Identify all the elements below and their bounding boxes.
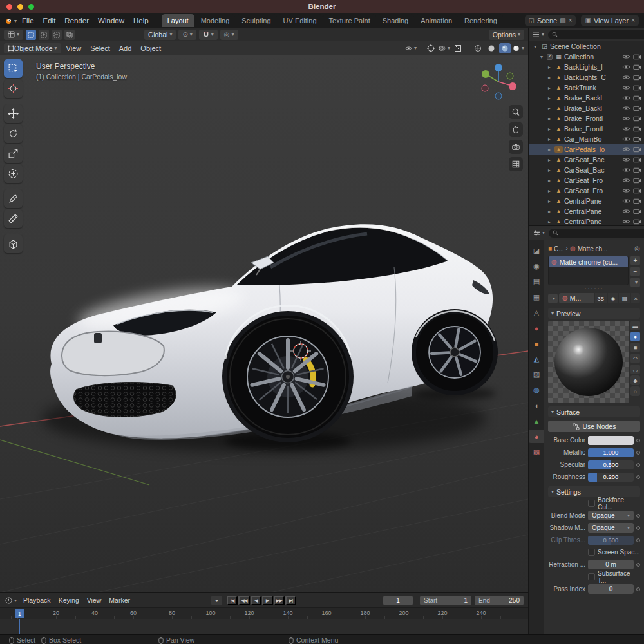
blender-logo-icon[interactable] (5, 15, 17, 26)
outliner-scene-collection-row[interactable]: Scene Collection (529, 41, 644, 52)
base-color-swatch[interactable] (588, 436, 634, 445)
subsurface-translucency-checkbox[interactable] (588, 573, 595, 580)
timeline-track[interactable] (0, 619, 528, 634)
preview-type-button[interactable]: ▬ (630, 321, 640, 330)
transport-button[interactable]: ◀◀ (238, 596, 250, 605)
toggle-xray-button[interactable] (452, 43, 464, 53)
hide-eye-icon[interactable] (622, 156, 630, 163)
expand-arrow-icon[interactable] (548, 209, 554, 214)
viewport-menu-item[interactable]: Object (136, 43, 166, 53)
transport-button[interactable]: ▶| (285, 596, 296, 605)
keyframe-dot[interactable] (636, 563, 640, 567)
screen-space-refraction-checkbox[interactable] (588, 549, 595, 556)
hide-eye-icon[interactable] (622, 95, 630, 101)
expand-arrow-icon[interactable] (548, 157, 554, 163)
hide-eye-icon[interactable] (622, 177, 630, 184)
shading-material-preview-button[interactable] (499, 43, 511, 53)
properties-tab[interactable]: ◭ (529, 352, 544, 366)
properties-tab[interactable]: ◍ (529, 383, 544, 397)
frame-start-field[interactable]: Start 1 (420, 596, 471, 605)
expand-arrow-icon[interactable] (548, 64, 554, 70)
workspace-tab[interactable]: Shading (377, 14, 414, 27)
proportional-editing-dropdown[interactable]: ◎ (220, 30, 238, 40)
navigation-gizmo[interactable] (478, 60, 519, 101)
disable-render-icon[interactable] (633, 167, 641, 173)
expand-arrow-icon[interactable] (548, 126, 554, 132)
disable-render-icon[interactable] (633, 126, 641, 132)
outliner-object-row[interactable]: Car_MainBo (529, 134, 644, 144)
expand-arrow-icon[interactable] (548, 188, 554, 194)
disable-render-icon[interactable] (633, 218, 641, 225)
shading-solid-button[interactable] (486, 43, 497, 53)
material-slot-row[interactable]: ◍ Matte chrome (cu... (549, 256, 628, 267)
workspace-tab[interactable]: Texture Paint (323, 14, 376, 27)
surface-section-header[interactable]: Surface (548, 406, 640, 417)
preview-type-button[interactable]: ◡ (630, 365, 640, 374)
frame-end-field[interactable]: End 250 (475, 596, 524, 605)
object-mode-dropdown[interactable]: Object Mode (4, 43, 61, 53)
outliner-object-row[interactable]: CarPedals_lo (529, 144, 644, 155)
tool-scale[interactable] (4, 144, 23, 163)
zoom-icon[interactable] (509, 105, 523, 119)
settings-section-header[interactable]: Settings (548, 486, 640, 497)
tool-annotate[interactable] (4, 189, 23, 208)
outliner-object-row[interactable]: Brake_Frontl (529, 113, 644, 124)
disable-render-icon[interactable] (633, 146, 641, 153)
outliner-object-row[interactable]: BackLights_C (529, 72, 644, 82)
transport-button[interactable]: ▶ (262, 596, 273, 605)
hide-eye-icon[interactable] (622, 146, 630, 153)
properties-tab[interactable]: ● (529, 321, 544, 335)
expand-arrow-icon[interactable] (548, 85, 554, 91)
tool-measure[interactable] (4, 209, 23, 228)
workspace-tab[interactable]: Sculpting (236, 14, 276, 27)
timeline-menu-item[interactable]: Marker (105, 595, 134, 605)
hide-eye-icon[interactable] (622, 84, 630, 91)
refraction-depth-field[interactable]: 0 m (588, 560, 634, 569)
snapping-dropdown[interactable] (199, 30, 218, 40)
properties-tab[interactable]: ◖ (529, 399, 544, 412)
hide-eye-icon[interactable] (622, 126, 630, 132)
disable-render-icon[interactable] (633, 74, 641, 80)
breadcrumb-object[interactable]: C... (554, 245, 564, 252)
value-slider[interactable]: 0.200 (588, 473, 634, 482)
unlink-scene-icon[interactable]: × (569, 17, 573, 24)
outliner-editor-type-button[interactable] (531, 30, 545, 40)
remove-view-layer-icon[interactable]: × (631, 17, 635, 24)
outliner-object-row[interactable]: CentralPane (529, 196, 644, 206)
value-slider[interactable]: 0.500 (588, 460, 634, 469)
timeline-menu-item[interactable]: Keying (55, 595, 83, 605)
disable-render-icon[interactable] (633, 198, 641, 204)
use-nodes-button[interactable]: Use Nodes (548, 421, 640, 432)
hide-eye-icon[interactable] (622, 218, 630, 225)
properties-tab[interactable]: ▨ (529, 368, 544, 381)
keyframe-dot[interactable] (636, 538, 640, 542)
workspace-tab[interactable]: Rendering (459, 14, 503, 27)
keyframe-dot[interactable] (636, 514, 640, 518)
toggle-ortho-grid-icon[interactable] (509, 157, 523, 171)
select-mode-intersect-button[interactable] (64, 30, 75, 40)
keyframe-dot[interactable] (636, 587, 640, 591)
workspace-tab[interactable]: Modeling (195, 14, 236, 27)
remove-material-slot-button[interactable]: − (630, 267, 640, 276)
outliner-object-row[interactable]: Brake_Frontl (529, 124, 644, 134)
gizmo-x-axis-icon[interactable] (509, 82, 516, 90)
properties-tab[interactable]: ◉ (529, 260, 544, 273)
hide-eye-icon[interactable] (622, 74, 630, 80)
properties-search[interactable] (549, 229, 644, 238)
properties-tab[interactable]: ■ (529, 337, 544, 350)
tool-add-cube[interactable] (4, 234, 23, 253)
expand-arrow-icon[interactable] (548, 75, 554, 80)
preview-type-button[interactable]: ● (630, 332, 640, 341)
properties-tab[interactable]: ▦ (529, 290, 544, 304)
scene-selector[interactable]: ◲ Scene ▤ × (525, 15, 576, 26)
expand-arrow-icon[interactable] (548, 219, 554, 225)
workspace-tab[interactable]: Layout (162, 14, 194, 27)
value-slider[interactable]: 1.000 (588, 448, 634, 457)
viewport-menu-item[interactable]: Select (86, 43, 115, 53)
blend-mode-dropdown[interactable]: Opaque (588, 511, 634, 520)
disable-render-icon[interactable] (633, 84, 641, 91)
viewport-3d[interactable]: User Perspective (1) Collection | CarPed… (0, 55, 528, 592)
outliner-collection-row[interactable]: Collection (529, 52, 644, 62)
properties-tab[interactable]: ◬ (529, 306, 544, 319)
pin-id-icon[interactable]: ◎ (634, 245, 640, 252)
